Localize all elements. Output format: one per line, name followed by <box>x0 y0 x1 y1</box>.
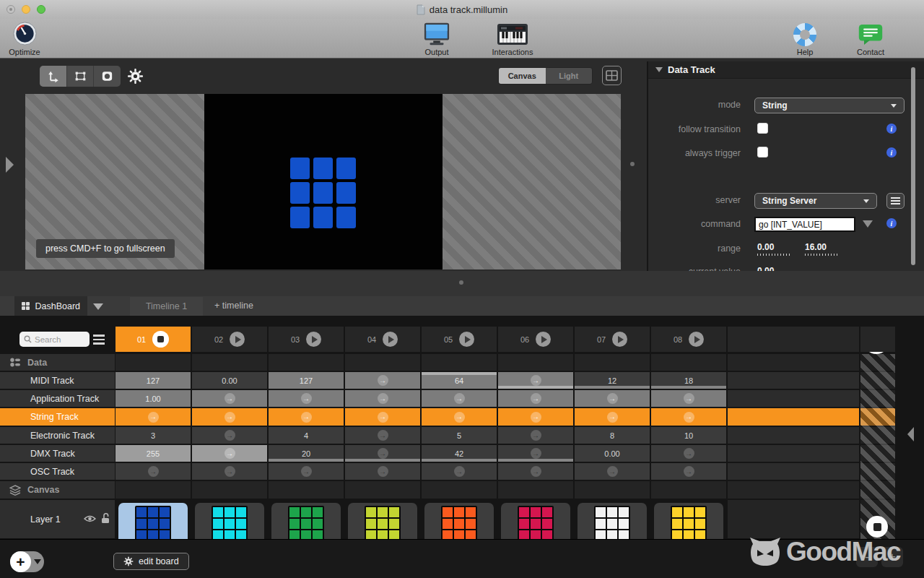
clip-cell-4-8[interactable]: → <box>651 408 726 426</box>
clip-cell-7-4[interactable]: → <box>345 463 420 480</box>
inspector-header[interactable]: Data Track <box>648 61 924 79</box>
column-header-03[interactable]: 03 <box>269 327 344 352</box>
clip-cell-4-1[interactable]: → <box>116 408 191 426</box>
clip-cell-5-6[interactable]: → <box>498 427 573 444</box>
stop-column-button[interactable] <box>152 331 169 348</box>
clip-cell-4-3[interactable]: → <box>269 408 344 426</box>
clip-cell-7-5[interactable]: → <box>422 463 497 480</box>
clip-cell-6-1[interactable]: 255 <box>116 445 191 462</box>
play-column-button[interactable] <box>459 332 474 347</box>
interactions-button[interactable]: Interactions <box>480 20 545 56</box>
search-input[interactable] <box>35 335 78 344</box>
layer-row-label[interactable]: Layer 1 <box>0 500 115 538</box>
minimize-window-button[interactable] <box>22 5 30 14</box>
range-min-field[interactable]: 0.00 <box>757 242 774 252</box>
clip-cell-5-8[interactable]: 10 <box>651 427 726 444</box>
left-panel-expander[interactable] <box>6 157 14 173</box>
clip-cell-5-1[interactable]: 3 <box>116 427 191 444</box>
output-button[interactable]: Output <box>404 20 469 56</box>
column-header-07[interactable]: 07 <box>575 327 650 352</box>
tab-timeline-1[interactable]: Timeline 1 <box>130 297 203 316</box>
clip-cell-7-7[interactable]: → <box>575 463 650 480</box>
lock-icon[interactable] <box>101 512 110 526</box>
clip-cell-3-3[interactable]: → <box>269 390 344 407</box>
group-row-canvas[interactable]: Canvas <box>0 481 115 499</box>
clip-cell-3-1[interactable]: 1.00 <box>116 390 191 407</box>
clip-cell-2-1[interactable]: 127 <box>116 372 191 389</box>
transform-tool-button[interactable] <box>67 66 95 87</box>
clip-cell-5-4[interactable]: → <box>345 427 420 444</box>
clip-cell-5-5[interactable]: 5 <box>422 427 497 444</box>
clip-cell-7-6[interactable]: → <box>498 463 573 480</box>
clip-cell-2-3[interactable]: 127 <box>269 372 344 389</box>
column-header-02[interactable]: 02 <box>192 327 267 352</box>
column-header-04[interactable]: 04 <box>345 327 420 352</box>
play-column-button[interactable] <box>612 332 627 347</box>
clip-cell-6-5[interactable]: 42 <box>422 445 497 462</box>
canvas-tab[interactable]: Canvas <box>499 68 546 84</box>
column-header-05[interactable]: 05 <box>422 327 497 352</box>
always-trigger-checkbox[interactable] <box>757 147 768 158</box>
play-column-button[interactable] <box>689 332 704 347</box>
play-column-button[interactable] <box>306 332 321 347</box>
track-row-string-track[interactable]: String Track <box>0 408 115 426</box>
track-row-dmx-track[interactable]: DMX Track <box>0 445 115 462</box>
command-history-caret[interactable] <box>863 220 873 228</box>
track-row-midi-track[interactable]: MIDI Track <box>0 372 115 389</box>
clip-cell-3-6[interactable]: → <box>498 390 573 407</box>
clip-cell-6-4[interactable]: → <box>345 445 420 462</box>
clip-cell-7-3[interactable]: → <box>269 463 344 480</box>
visibility-eye-icon[interactable] <box>84 514 96 525</box>
clip-cell-4-2[interactable]: → <box>192 408 267 426</box>
tab-dashboard[interactable]: DashBoard <box>14 296 87 316</box>
edit-board-button[interactable]: edit board <box>113 553 189 570</box>
clip-cell-4-6[interactable]: → <box>498 408 573 426</box>
mask-tool-button[interactable] <box>94 66 121 87</box>
clip-cell-3-5[interactable]: → <box>422 390 497 407</box>
clip-cell-4-7[interactable]: → <box>575 408 650 426</box>
server-list-button[interactable] <box>886 193 905 209</box>
light-tab[interactable]: Light <box>546 68 593 84</box>
command-input[interactable] <box>754 217 855 232</box>
board-menu-button[interactable] <box>93 335 105 345</box>
clip-cell-7-8[interactable]: → <box>651 463 726 480</box>
divider-handle[interactable] <box>459 280 463 285</box>
play-column-button[interactable] <box>536 332 551 347</box>
play-column-button[interactable] <box>230 332 245 347</box>
preview-canvas[interactable] <box>204 94 443 269</box>
help-button[interactable]: Help <box>772 20 837 56</box>
track-row-osc-track[interactable]: OSC Track <box>0 463 115 480</box>
clip-cell-2-8[interactable]: 18 <box>651 372 726 389</box>
clip-cell-6-7[interactable]: 0.00 <box>575 445 650 462</box>
follow-transition-checkbox[interactable] <box>757 123 768 134</box>
clip-cell-5-7[interactable]: 8 <box>575 427 650 444</box>
column-header-06[interactable]: 06 <box>498 327 573 352</box>
command-info-icon[interactable]: i <box>886 218 897 228</box>
clip-cell-7-2[interactable]: → <box>192 463 267 480</box>
clip-cell-2-2[interactable]: 0.00 <box>192 372 267 389</box>
clip-cell-2-6[interactable]: → <box>498 372 573 389</box>
add-layer-button[interactable]: + <box>10 551 44 572</box>
optimize-button[interactable]: Optimize <box>0 20 57 56</box>
track-row-application-track[interactable]: Application Track <box>0 390 115 407</box>
zoom-window-button[interactable] <box>37 5 45 14</box>
clip-cell-6-6[interactable]: → <box>498 445 573 462</box>
clip-cell-6-8[interactable]: → <box>651 445 726 462</box>
clip-cell-3-7[interactable]: → <box>575 390 650 407</box>
clip-cell-3-4[interactable]: → <box>345 390 420 407</box>
close-window-button[interactable] <box>6 5 15 14</box>
mode-dropdown[interactable]: String <box>754 98 905 113</box>
clip-cell-6-3[interactable]: 20 <box>269 445 344 462</box>
range-max-field[interactable]: 16.00 <box>805 242 827 252</box>
canvas-settings-button[interactable] <box>127 68 144 87</box>
search-field[interactable] <box>19 332 90 347</box>
server-dropdown[interactable]: String Server <box>754 193 877 209</box>
clip-cell-4-5[interactable]: → <box>422 408 497 426</box>
clip-cell-3-2[interactable]: → <box>192 390 267 407</box>
window-arrangement-button[interactable] <box>602 66 622 85</box>
clip-cell-7-1[interactable]: → <box>116 463 191 480</box>
clip-cell-5-2[interactable]: → <box>192 427 267 444</box>
clip-cell-5-3[interactable]: 4 <box>269 427 344 444</box>
track-row-electronic-track[interactable]: Electronic Track <box>0 427 115 444</box>
layer-stop-button[interactable] <box>866 516 888 538</box>
